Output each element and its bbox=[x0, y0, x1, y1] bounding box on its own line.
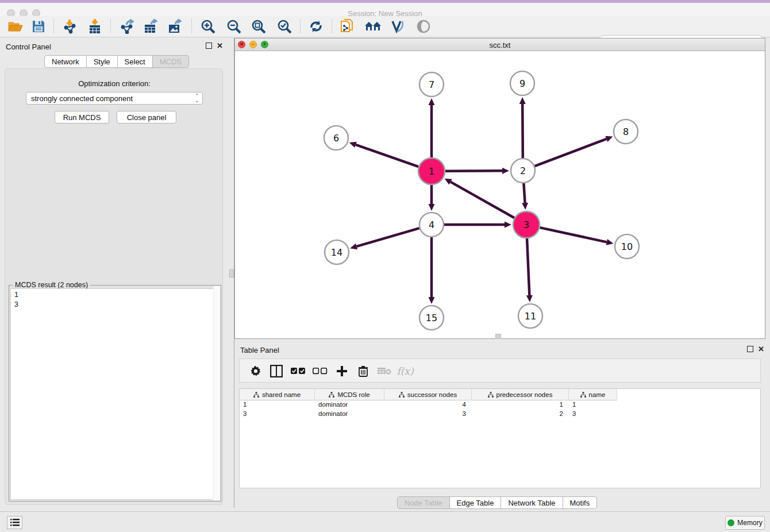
open-folder-icon bbox=[8, 20, 23, 33]
column-header[interactable]: shared name bbox=[240, 389, 315, 400]
graph-edge[interactable] bbox=[445, 171, 502, 171]
export-table-button[interactable] bbox=[141, 18, 161, 35]
close-table-panel-icon[interactable]: ✕ bbox=[758, 346, 764, 352]
graph-node-label: 6 bbox=[333, 133, 339, 144]
table-cell[interactable]: 4 bbox=[384, 400, 472, 410]
import-network-button[interactable] bbox=[60, 18, 80, 35]
mcds-result-group: MCDS result (2 nodes) 1 3 bbox=[9, 285, 221, 502]
graph-edge[interactable] bbox=[356, 145, 418, 167]
graph-edge[interactable] bbox=[527, 238, 529, 295]
table-cell[interactable]: 1 bbox=[472, 400, 569, 410]
table-cell[interactable]: 1 bbox=[240, 400, 315, 410]
table-cell[interactable]: 3 bbox=[240, 410, 315, 419]
graph-edge[interactable] bbox=[451, 182, 514, 218]
select-all-button[interactable] bbox=[289, 362, 307, 380]
column-header[interactable]: name bbox=[569, 389, 617, 400]
toolbar-separator bbox=[191, 20, 192, 33]
deselect-all-button[interactable] bbox=[311, 362, 329, 380]
home-button[interactable] bbox=[363, 18, 383, 35]
column-header[interactable]: predecessor nodes bbox=[472, 389, 569, 400]
graph-edge[interactable] bbox=[535, 139, 607, 166]
column-header[interactable]: MCDS role bbox=[315, 389, 384, 400]
table-cell[interactable]: 3 bbox=[569, 410, 617, 419]
tab-select[interactable]: Select bbox=[118, 55, 153, 68]
tab-edge-table[interactable]: Edge Table bbox=[450, 496, 502, 509]
export-network-button[interactable] bbox=[118, 18, 137, 35]
memory-button[interactable]: Memory bbox=[725, 516, 765, 530]
zoom-selected-button[interactable] bbox=[275, 18, 294, 35]
column-type-icon bbox=[329, 392, 334, 398]
run-mcds-button[interactable]: Run MCDS bbox=[55, 111, 109, 124]
toolbar-separator bbox=[53, 20, 54, 33]
float-table-panel-icon[interactable] bbox=[747, 346, 753, 352]
table-tabs: Node Table Edge Table Network Table Moti… bbox=[397, 496, 597, 509]
graph-edge-arrowhead bbox=[429, 297, 435, 304]
delete-row-button[interactable] bbox=[354, 362, 372, 380]
import-table-button[interactable] bbox=[85, 18, 105, 35]
table-cell[interactable]: 2 bbox=[472, 410, 569, 419]
graph-edge[interactable] bbox=[522, 104, 523, 158]
splitter-grip[interactable] bbox=[229, 269, 234, 277]
graph-edge-arrowhead bbox=[502, 168, 509, 174]
tab-mcds[interactable]: MCDS bbox=[153, 55, 189, 68]
graph-edge[interactable] bbox=[357, 228, 419, 246]
refresh-view-button[interactable] bbox=[306, 18, 326, 35]
column-header[interactable]: successor nodes bbox=[384, 389, 472, 400]
graph-node-label: 8 bbox=[623, 126, 629, 137]
tab-style[interactable]: Style bbox=[87, 55, 118, 68]
memory-status-icon bbox=[727, 519, 734, 526]
unchecked-boxes-icon bbox=[313, 368, 328, 375]
table-cell[interactable]: dominator bbox=[315, 400, 384, 410]
refresh-icon bbox=[309, 20, 324, 33]
table-cell[interactable]: dominator bbox=[315, 410, 384, 419]
graph-node-label: 15 bbox=[426, 313, 437, 323]
network-canvas[interactable]: 1234678910111415 bbox=[235, 51, 765, 338]
tab-motifs[interactable]: Motifs bbox=[563, 496, 598, 509]
table-row[interactable]: 1dominator411 bbox=[240, 400, 617, 410]
table-cell[interactable]: 1 bbox=[569, 400, 617, 410]
result-scrollbar[interactable] bbox=[213, 286, 220, 500]
delete-column-button[interactable] bbox=[375, 362, 394, 380]
mcds-result-list[interactable]: 1 3 bbox=[10, 288, 220, 500]
add-row-button[interactable] bbox=[333, 362, 351, 380]
graph-node-label: 9 bbox=[519, 78, 525, 89]
graph-edge-arrowhead bbox=[349, 142, 357, 148]
open-session-button[interactable] bbox=[6, 18, 25, 35]
control-panel: Control Panel ✕ Network Style Select MCD… bbox=[0, 38, 228, 508]
save-session-button[interactable] bbox=[29, 18, 48, 35]
table-options-button[interactable] bbox=[247, 362, 265, 380]
export-network-icon bbox=[120, 19, 136, 34]
export-image-button[interactable] bbox=[165, 18, 185, 35]
show-graphics-details-button[interactable] bbox=[388, 18, 407, 35]
session-from-network-button[interactable] bbox=[338, 18, 357, 35]
tab-node-table[interactable]: Node Table bbox=[397, 496, 450, 509]
network-title: scc.txt bbox=[235, 41, 765, 49]
mcds-panel: Optimization criterion: strongly connect… bbox=[5, 68, 223, 505]
table-row[interactable]: 3dominator323 bbox=[240, 410, 617, 419]
import-table-icon bbox=[87, 19, 102, 34]
tab-network-table[interactable]: Network Table bbox=[501, 496, 563, 509]
graph-edge[interactable] bbox=[540, 228, 606, 242]
graph-edge[interactable] bbox=[523, 183, 525, 203]
column-type-icon bbox=[580, 392, 586, 398]
close-panel-button[interactable]: Close panel bbox=[117, 111, 176, 124]
network-titlebar[interactable]: ✕ − + scc.txt bbox=[235, 38, 765, 51]
close-panel-icon[interactable]: ✕ bbox=[217, 43, 223, 49]
criterion-select[interactable]: strongly connected component ⌃⌄ bbox=[26, 92, 203, 105]
network-graph: 1234678910111415 bbox=[235, 51, 765, 338]
table-cell[interactable]: 3 bbox=[384, 410, 472, 419]
float-panel-icon[interactable] bbox=[206, 43, 212, 49]
column-type-icon bbox=[399, 392, 405, 398]
function-builder-button[interactable]: f(x) bbox=[396, 362, 414, 380]
graph-edge-arrowhead bbox=[505, 222, 511, 228]
birds-eye-view-button[interactable] bbox=[414, 18, 433, 35]
show-columns-button[interactable] bbox=[267, 362, 286, 380]
show-log-button[interactable] bbox=[7, 516, 22, 529]
horizontal-splitter-grip[interactable] bbox=[495, 334, 501, 338]
zoom-fit-button[interactable] bbox=[249, 18, 268, 35]
optimization-criterion-label: Optimization criterion: bbox=[5, 79, 224, 88]
tab-network[interactable]: Network bbox=[44, 55, 87, 68]
zoom-out-button[interactable] bbox=[224, 18, 244, 35]
zoom-in-button[interactable] bbox=[198, 18, 218, 35]
vertical-splitter[interactable] bbox=[228, 38, 234, 508]
